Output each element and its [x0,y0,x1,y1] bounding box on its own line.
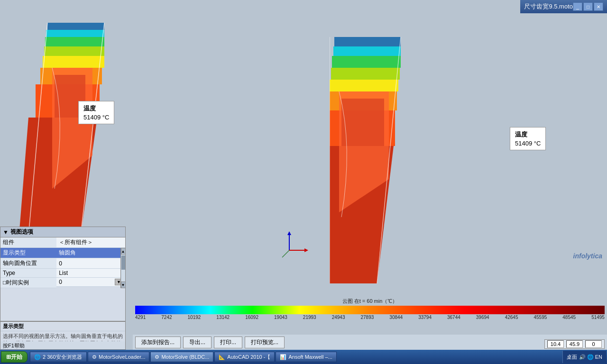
table-row-highlighted[interactable]: 显示类型 轴圆角 [0,248,125,258]
tick-14: 45595 [533,315,547,320]
start-button[interactable]: ⊞ 开始 [1,351,28,363]
taskbar-tray: 桌面 🔊 🌐 EN [562,351,606,363]
color-scale-bar [135,306,605,314]
tick-7: 24943 [332,315,345,320]
right-model-view[interactable]: 温度 51409 °C infolytica [133,13,607,307]
svg-marker-19 [332,56,401,68]
axis-svg [280,227,313,260]
ansoft-icon: 📊 [280,354,286,360]
minimize-button[interactable]: _ [573,2,582,11]
taskbar: ⊞ 开始 🌐 2 360安全浏览器 ⚙ MotorSolveLoader... … [0,350,607,364]
svg-marker-26 [341,99,384,146]
taskbar-item-autocad[interactable]: 📐 AutoCAD 2010 -【 [214,352,275,362]
coord-z: 0 [585,340,602,348]
title-bar: 尺寸齿宽9.5.moto _ □ ✕ [520,0,607,13]
right-tooltip-title: 温度 [515,130,541,139]
left-sidebar-panel: ▼ 视图选项 组件 ＜所有组件＞ 显示类型 轴圆角 轴向圆角位置 0 Type [0,227,126,321]
scroll-down-btn[interactable]: ▼ [121,282,126,288]
tick-3: 13142 [216,315,230,320]
sidebar-header: ▼ 视图选项 [0,227,125,237]
tick-1: 7242 [161,315,172,320]
tick-13: 42645 [505,315,518,320]
table-row: □时间实例 0 ▼ [0,278,125,288]
add-to-report-button[interactable]: 添加到报告... [135,337,181,348]
svg-marker-17 [334,37,401,46]
svg-marker-3 [44,46,104,56]
taskbar-item-browser[interactable]: 🌐 2 360安全浏览器 [30,352,87,362]
tick-5: 19043 [274,315,287,320]
taskbar-item-motorsolve[interactable]: ⚙ MotorSolve (BLDC... [150,352,213,362]
svg-marker-21 [330,80,398,91]
axis-indicator [280,227,308,255]
scroll-thumb[interactable] [121,255,125,270]
left-tooltip: 温度 51409 °C [78,101,114,124]
svg-marker-18 [333,46,401,56]
scroll-up-btn[interactable]: ▲ [121,248,126,255]
color-scale-label: 云图 在t = 60 min（℃） [133,298,607,305]
motorsolve-icon: ⚙ [155,354,159,360]
maximize-button[interactable]: □ [583,2,593,11]
svg-marker-20 [331,68,400,80]
print-preview-button[interactable]: 打印预览... [245,337,285,348]
right-tooltip-value: 51409 °C [515,140,541,147]
coord-display: 10.4 45.9 0 [544,339,605,349]
taskbar-items: 🌐 2 360安全浏览器 ⚙ MotorSolveLoader... ⚙ Mot… [30,352,562,362]
print-button[interactable]: 打印... [214,337,242,348]
tick-8: 27893 [361,315,374,320]
desc-title: 显示类型 [0,321,125,331]
svg-marker-1 [46,30,104,37]
collapse-icon[interactable]: ▼ [3,229,9,236]
tick-11: 36744 [447,315,460,320]
right-motor-svg [330,37,405,307]
tick-9: 30844 [389,315,403,320]
sidebar-scrollbar[interactable]: ▲ ▼ [120,248,125,288]
tick-6: 21993 [303,315,316,320]
table-row: Type List [0,269,125,278]
coord-x: 10.4 [547,340,564,348]
browser-icon: 🌐 [34,354,41,360]
tick-12: 39694 [476,315,489,320]
left-tooltip-value: 51409 °C [83,114,109,121]
svg-marker-15 [304,248,308,252]
taskbar-item-ansoft[interactable]: 📊 Ansoft Maxwell –... [276,352,336,362]
export-button[interactable]: 导出... [183,337,212,348]
taskbar-item-loader[interactable]: ⚙ MotorSolveLoader... [88,352,149,362]
help-text: 按F1帮助 [0,341,126,350]
tick-2: 10192 [188,315,201,320]
svg-line-16 [282,250,289,257]
table-row: 组件 ＜所有组件＞ [0,237,125,248]
loader-icon: ⚙ [92,354,97,360]
tray-desktop-label: 桌面 [567,354,577,361]
window-title: 尺寸齿宽9.5.moto [524,2,573,11]
svg-marker-0 [47,23,104,30]
main-area: 尺寸齿宽9.5.moto _ □ ✕ 🔧 施魂上传 温度 (°C) [0,0,607,364]
table-row: 轴向圆角位置 0 [0,258,125,269]
infolytica-logo: infolytica [573,252,602,260]
svg-marker-2 [45,37,104,46]
close-button[interactable]: ✕ [594,2,603,11]
tick-0: 4291 [135,315,146,320]
bottom-toolbar: 添加到报告... 导出... 打印... 打印预览... [133,335,607,350]
title-bar-buttons: _ □ ✕ [573,2,603,11]
autocad-icon: 📐 [219,354,225,360]
windows-icon: ⊞ [6,354,11,360]
coord-y: 45.9 [566,340,583,348]
tick-15: 48545 [562,315,576,320]
color-scale-ticks: 4291 7242 10192 13142 16092 19043 21993 … [133,314,607,320]
tray-icons: 🔊 🌐 EN [579,354,602,360]
left-motor-svg [5,23,109,255]
svg-marker-4 [43,56,104,68]
tick-10: 33794 [418,315,432,320]
tick-4: 16092 [245,315,258,320]
tick-16: 51495 [591,315,605,320]
svg-marker-13 [287,231,291,235]
left-tooltip-title: 温度 [83,104,109,113]
scroll-track [121,255,125,282]
sidebar-table: 组件 ＜所有组件＞ 显示类型 轴圆角 轴向圆角位置 0 Type List □时… [0,237,125,288]
right-tooltip: 温度 51409 °C [510,127,546,150]
color-scale-area: 云图 在t = 60 min（℃） 4291 7242 10192 13142 … [133,298,607,321]
